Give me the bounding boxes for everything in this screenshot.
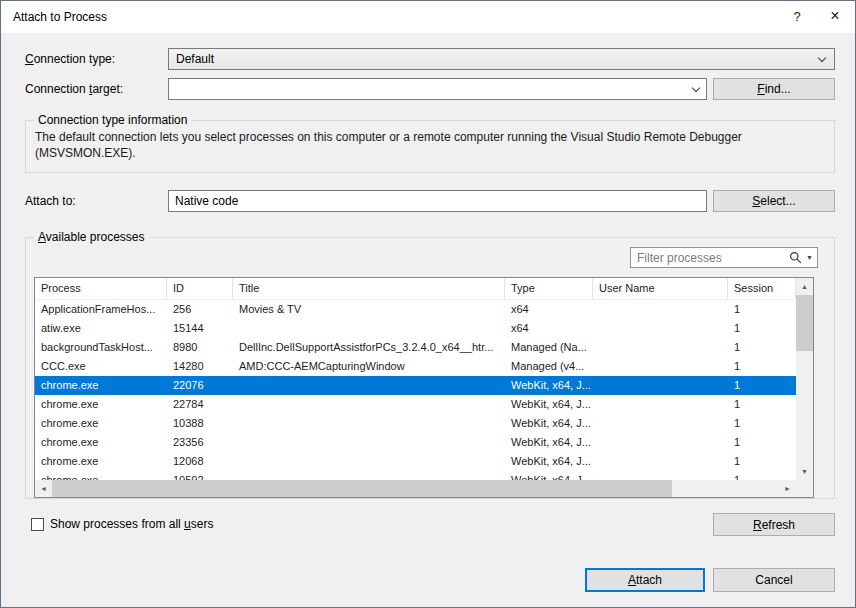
cell-title: AMD:CCC-AEMCapturingWindow (233, 357, 505, 376)
filter-processes-box: ▼ (630, 247, 818, 268)
refresh-button[interactable]: Refresh (713, 513, 835, 536)
cell-type: WebKit, x64, J... (505, 376, 593, 395)
connection-target-combobox (168, 78, 707, 100)
show-all-users-checkbox[interactable]: Show processes from all users (31, 517, 213, 531)
cell-user-name (593, 357, 728, 376)
attach-to-label: Attach to: (25, 194, 76, 208)
cell-title (233, 395, 505, 414)
cell-type: WebKit, x64, J... (505, 433, 593, 452)
connection-type-value: Default (176, 52, 214, 66)
cell-process: chrome.exe (35, 471, 167, 480)
connection-type-info-title: Connection type information (34, 113, 191, 127)
select-button[interactable]: Select... (713, 190, 835, 212)
cell-user-name (593, 471, 728, 480)
cell-type: Managed (v4... (505, 357, 593, 376)
cell-process: ApplicationFrameHos... (35, 300, 167, 319)
column-header-process[interactable]: Process (35, 278, 167, 299)
cell-user-name (593, 376, 728, 395)
cell-type: x64 (505, 319, 593, 338)
cell-session: 1 (728, 376, 796, 395)
column-header-session[interactable]: Session (728, 278, 796, 299)
cell-type: x64 (505, 300, 593, 319)
cell-type: WebKit, x64, J... (505, 395, 593, 414)
cell-session: 1 (728, 414, 796, 433)
checkbox-label: Show processes from all users (50, 517, 213, 531)
connection-target-input[interactable] (169, 79, 686, 99)
filter-processes-input[interactable] (631, 248, 779, 267)
cell-user-name (593, 300, 728, 319)
scroll-right-icon: ► (784, 485, 791, 492)
cell-id: 10592 (167, 471, 233, 480)
cell-id: 15144 (167, 319, 233, 338)
column-header-title[interactable]: Title (233, 278, 505, 299)
cell-process: CCC.exe (35, 357, 167, 376)
cell-id: 10388 (167, 414, 233, 433)
cell-process: chrome.exe (35, 395, 167, 414)
cell-session: 1 (728, 395, 796, 414)
close-icon: × (830, 7, 839, 24)
column-header-user-name[interactable]: User Name (593, 278, 728, 299)
table-row[interactable]: chrome.exe 23356 WebKit, x64, J... 1 (35, 433, 796, 452)
find-button[interactable]: Find... (713, 78, 835, 100)
table-row[interactable]: CCC.exe 14280 AMD:CCC-AEMCapturingWindow… (35, 357, 796, 376)
help-button[interactable]: ? (779, 1, 815, 33)
chevron-down-icon (692, 84, 700, 92)
table-row[interactable]: backgroundTaskHost... 8980 DellInc.DellS… (35, 338, 796, 357)
cell-user-name (593, 433, 728, 452)
cell-process: chrome.exe (35, 452, 167, 471)
scroll-down-button[interactable]: ▼ (796, 463, 813, 480)
scroll-up-button[interactable]: ▲ (796, 278, 813, 295)
cell-id: 12068 (167, 452, 233, 471)
scroll-right-button[interactable]: ► (779, 480, 796, 497)
search-icon[interactable] (789, 251, 802, 264)
process-list: Process ID Title Type User Name Session … (34, 277, 814, 498)
table-row[interactable]: chrome.exe 12068 WebKit, x64, J... 1 (35, 452, 796, 471)
vertical-scrollbar-thumb[interactable] (796, 295, 813, 351)
table-row[interactable]: chrome.exe 22076 WebKit, x64, J... 1 (35, 376, 796, 395)
cell-id: 14280 (167, 357, 233, 376)
cell-id: 22076 (167, 376, 233, 395)
horizontal-scrollbar[interactable]: ◄ ► (35, 480, 796, 497)
cell-id: 22784 (167, 395, 233, 414)
cell-type: WebKit, x64, J... (505, 452, 593, 471)
cell-type: WebKit, x64, J... (505, 414, 593, 433)
attach-to-input[interactable] (168, 190, 707, 212)
checkbox-box-icon (31, 518, 44, 531)
table-row[interactable]: chrome.exe 10388 WebKit, x64, J... 1 (35, 414, 796, 433)
column-header-id[interactable]: ID (167, 278, 233, 299)
column-header-type[interactable]: Type (505, 278, 593, 299)
chevron-down-icon (818, 54, 826, 62)
horizontal-scrollbar-thumb[interactable] (52, 480, 672, 497)
cell-user-name (593, 414, 728, 433)
table-row[interactable]: atiw.exe 15144 x64 1 (35, 319, 796, 338)
connection-type-select[interactable]: Default (168, 48, 835, 70)
connection-type-info-group: Connection type information The default … (25, 120, 835, 173)
cell-title (233, 452, 505, 471)
cell-title (233, 471, 505, 480)
cell-id: 8980 (167, 338, 233, 357)
cell-session: 1 (728, 338, 796, 357)
table-row[interactable]: chrome.exe 10592 WebKit, x64, J... 1 (35, 471, 796, 480)
scroll-left-button[interactable]: ◄ (35, 480, 52, 497)
table-row[interactable]: chrome.exe 22784 WebKit, x64, J... 1 (35, 395, 796, 414)
attach-button[interactable]: Attach (585, 568, 705, 592)
cell-title (233, 376, 505, 395)
process-list-header: Process ID Title Type User Name Session (35, 278, 796, 300)
cell-session: 1 (728, 471, 796, 480)
cell-process: atiw.exe (35, 319, 167, 338)
cell-session: 1 (728, 452, 796, 471)
connection-target-dropdown-button[interactable] (686, 79, 706, 99)
table-row[interactable]: ApplicationFrameHos... 256 Movies & TV x… (35, 300, 796, 319)
cell-process: chrome.exe (35, 376, 167, 395)
scrollbar-corner (796, 480, 813, 497)
help-icon: ? (793, 9, 800, 24)
cell-session: 1 (728, 357, 796, 376)
attach-to-process-dialog: Attach to Process ? × Connection type: D… (0, 0, 856, 608)
vertical-scrollbar[interactable]: ▲ ▼ (796, 278, 813, 480)
close-button[interactable]: × (817, 1, 853, 33)
connection-type-info-text: The default connection lets you select p… (35, 129, 827, 161)
cell-type: WebKit, x64, J... (505, 471, 593, 480)
available-processes-title: Available processes (34, 230, 149, 244)
cancel-button[interactable]: Cancel (713, 568, 835, 592)
filter-dropdown-icon[interactable]: ▼ (806, 254, 813, 261)
